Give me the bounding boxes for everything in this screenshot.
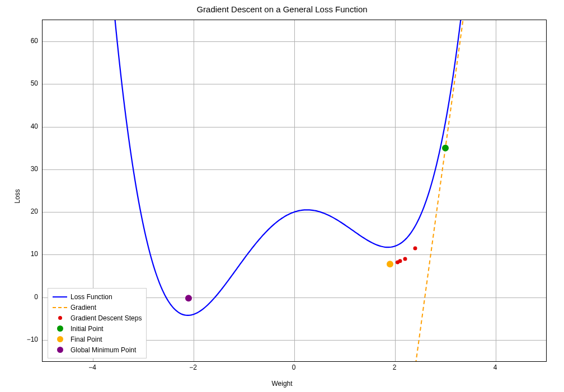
legend-label: Gradient: [70, 304, 96, 311]
legend-item-initial: Initial Point: [53, 323, 142, 334]
legend-label: Gradient Descent Steps: [70, 314, 142, 322]
legend-label: Loss Function: [70, 293, 112, 301]
legend: Loss Function Gradient Gradient Descent …: [48, 288, 147, 358]
legend-item-loss-function: Loss Function: [53, 291, 142, 302]
y-tick-label: 20: [16, 207, 38, 215]
x-tick-label: −4: [88, 363, 96, 371]
legend-item-gradient: Gradient: [53, 302, 142, 313]
x-axis-label: Weight: [271, 380, 292, 388]
legend-item-global-min: Global Minimum Point: [53, 344, 142, 355]
legend-dot-icon: [53, 347, 67, 353]
initial-point: [442, 145, 449, 152]
gradient-line: [410, 20, 481, 362]
legend-label: Global Minimum Point: [70, 346, 136, 354]
x-tick-label: 2: [393, 363, 397, 371]
x-tick-label: 4: [494, 363, 497, 371]
loss-curve: [43, 20, 546, 315]
chart-root: Gradient Descent on a General Loss Funct…: [0, 0, 564, 392]
chart-title: Gradient Descent on a General Loss Funct…: [0, 4, 564, 14]
legend-item-steps: Gradient Descent Steps: [53, 313, 142, 323]
step-point: [396, 261, 400, 265]
y-tick-label: 30: [16, 165, 38, 173]
legend-dashed-line-icon: [53, 307, 67, 308]
y-tick-label: 10: [16, 250, 38, 258]
legend-dot-icon: [53, 316, 67, 320]
x-tick-label: 0: [292, 363, 296, 371]
x-tick-label: −2: [189, 363, 197, 371]
y-tick-label: 60: [16, 37, 38, 45]
step-point: [403, 257, 407, 261]
y-axis-label: Loss: [13, 189, 21, 203]
global-min-point: [185, 295, 192, 301]
legend-dot-icon: [53, 325, 67, 332]
step-point: [413, 246, 417, 250]
final-point: [387, 261, 393, 267]
y-tick-label: 0: [16, 293, 38, 301]
legend-line-icon: [53, 296, 67, 297]
legend-label: Initial Point: [70, 325, 104, 333]
legend-label: Final Point: [70, 336, 102, 343]
y-tick-label: 40: [16, 122, 38, 130]
y-tick-label: −10: [16, 336, 38, 343]
legend-dot-icon: [53, 336, 67, 342]
legend-item-final: Final Point: [53, 334, 142, 344]
y-tick-label: 50: [16, 79, 38, 87]
